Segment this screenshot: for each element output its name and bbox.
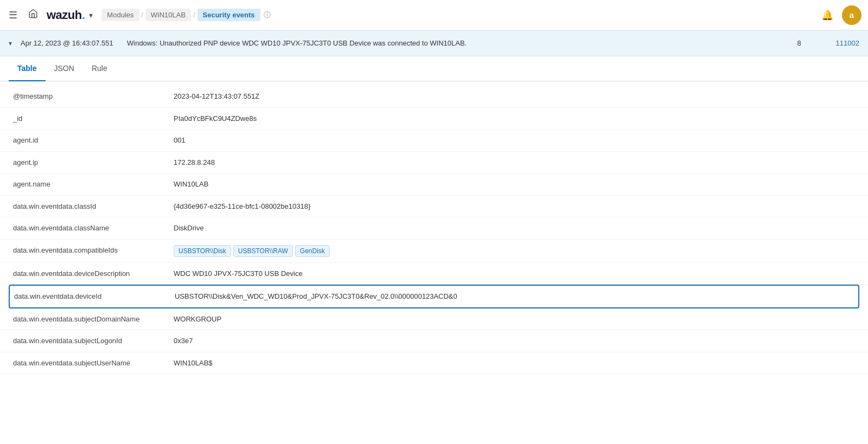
logo: wazuh. [47, 8, 85, 22]
table-row: data.win.eventdata.deviceIdUSBSTOR\\Disk… [9, 285, 859, 308]
table-row: _idPIa0dYcBFkC9U4ZDwe8s [0, 108, 868, 130]
breadcrumb-security-events[interactable]: Security events [197, 9, 260, 21]
hamburger-icon[interactable]: ☰ [7, 7, 20, 23]
tag: GenDisk [295, 245, 330, 257]
table-row: data.win.eventdata.deviceDescriptionWDC … [0, 263, 868, 285]
table-cell-value: WIN10LAB$ [174, 358, 855, 369]
tab-table[interactable]: Table [9, 56, 46, 81]
breadcrumb: Modules / WIN10LAB / Security events ⓘ [101, 9, 270, 21]
tag: USBSTOR\\RAW [233, 245, 293, 257]
table-cell-value: WORKGROUP [174, 314, 855, 325]
event-bar-description: Windows: Unauthorized PNP device WDC WD1… [127, 39, 782, 47]
table-cell-value: 172.28.8.248 [174, 157, 855, 168]
home-icon[interactable] [24, 7, 42, 23]
breadcrumb-sep-1: / [142, 11, 143, 19]
table-row: agent.id001 [0, 130, 868, 152]
table-cell-key: data.win.eventdata.subjectLogonId [13, 336, 165, 346]
table-cell-value: USBSTOR\\DiskUSBSTOR\\RAWGenDisk [174, 245, 855, 257]
table-cell-key: agent.ip [13, 157, 165, 168]
table-cell-value: WIN10LAB [174, 179, 855, 190]
table-row: data.win.eventdata.subjectLogonId0x3e7 [0, 330, 868, 352]
table-row: @timestamp2023-04-12T13:43:07.551Z [0, 86, 868, 108]
table-row: data.win.eventdata.classId{4d36e967-e325… [0, 196, 868, 218]
table-row: data.win.eventdata.subjectUserNameWIN10L… [0, 352, 868, 375]
event-bar-chevron-icon: ▾ [9, 40, 12, 47]
table-cell-key: data.win.eventdata.compatibleIds [13, 245, 165, 256]
table-cell-value: DiskDrive [174, 223, 855, 234]
tabs: Table JSON Rule [0, 56, 868, 81]
event-bar-level: 8 [791, 39, 807, 47]
table-cell-value: PIa0dYcBFkC9U4ZDwe8s [174, 113, 855, 124]
avatar[interactable]: a [842, 5, 861, 25]
bell-icon[interactable]: 🔔 [817, 7, 838, 23]
table-cell-key: _id [13, 113, 165, 124]
breadcrumb-sep-2: / [193, 11, 195, 19]
table-cell-value: USBSTOR\\Disk&Ven_WDC_WD10&Prod_JPVX-75J… [175, 291, 854, 302]
table-cell-key: data.win.eventdata.className [13, 223, 165, 234]
table-cell-value: 0x3e7 [174, 336, 855, 346]
table-cell-key: data.win.eventdata.subjectUserName [13, 358, 165, 369]
table-cell-key: data.win.eventdata.subjectDomainName [13, 314, 165, 325]
info-icon[interactable]: ⓘ [264, 10, 271, 20]
tag: USBSTOR\\Disk [174, 245, 231, 257]
table-cell-key: agent.id [13, 135, 165, 146]
table-cell-value: {4d36e967-e325-11ce-bfc1-08002be10318} [174, 201, 855, 212]
table-content: @timestamp2023-04-12T13:43:07.551Z_idPIa… [0, 81, 868, 378]
table-cell-key: data.win.eventdata.classId [13, 201, 165, 212]
tab-json[interactable]: JSON [46, 56, 83, 81]
table-row: data.win.eventdata.subjectDomainNameWORK… [0, 308, 868, 331]
nav-chevron-icon[interactable]: ▾ [89, 11, 93, 20]
table-row: data.win.eventdata.classNameDiskDrive [0, 217, 868, 240]
breadcrumb-modules[interactable]: Modules [101, 9, 139, 21]
table-cell-value: 001 [174, 135, 855, 146]
table-cell-key: data.win.eventdata.deviceDescription [13, 268, 165, 279]
table-cell-value: WDC WD10 JPVX-75JC3T0 USB Device [174, 268, 855, 279]
breadcrumb-win10lab[interactable]: WIN10LAB [145, 9, 191, 21]
event-bar-timestamp: Apr 12, 2023 @ 16:43:07.551 [21, 39, 118, 47]
tab-rule[interactable]: Rule [83, 56, 116, 81]
navbar: ☰ wazuh. ▾ Modules / WIN10LAB / Security… [0, 0, 868, 30]
table-row: data.win.eventdata.compatibleIdsUSBSTOR\… [0, 240, 868, 263]
table-row: agent.ip172.28.8.248 [0, 152, 868, 174]
table-cell-key: @timestamp [13, 91, 165, 102]
event-bar[interactable]: ▾ Apr 12, 2023 @ 16:43:07.551 Windows: U… [0, 30, 868, 56]
event-bar-rule-id[interactable]: 111002 [816, 39, 859, 47]
table-cell-key: agent.name [13, 179, 165, 190]
table-row: agent.nameWIN10LAB [0, 173, 868, 196]
table-cell-value: 2023-04-12T13:43:07.551Z [174, 91, 855, 102]
table-cell-key: data.win.eventdata.deviceId [14, 291, 166, 302]
